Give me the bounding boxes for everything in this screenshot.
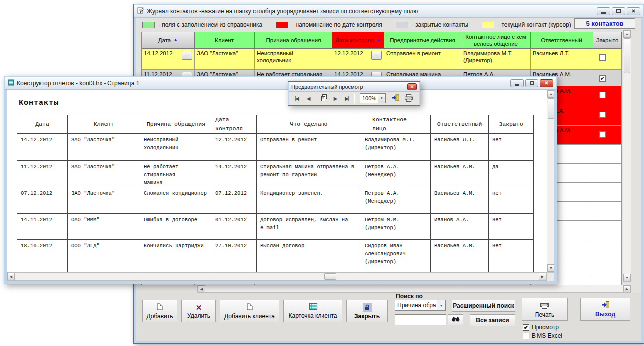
- lock-icon: [363, 303, 372, 312]
- journal-titlebar[interactable]: Журнал контактов -нажатие на шапку столб…: [134, 5, 643, 18]
- scroll-left-button[interactable]: ◀: [7, 273, 15, 280]
- preview-checkbox[interactable]: Просмотр: [523, 324, 559, 331]
- report-table: Дата Клиент Причина обращения Дата контр…: [17, 115, 534, 279]
- legend-label-current: - текущий контакт (курсор): [498, 21, 571, 28]
- report-title: Конструктор отчетов - kont3.frx - Страни…: [17, 80, 139, 87]
- scroll-up-button[interactable]: ▲: [623, 30, 631, 38]
- journal-window-icon: [137, 7, 144, 15]
- close-button[interactable]: ✕: [627, 7, 640, 15]
- report-cell: нет: [489, 187, 534, 214]
- report-column-header: Причина обращения: [140, 115, 212, 134]
- close-button[interactable]: ✕: [407, 83, 417, 90]
- horizontal-scrollbar[interactable]: ◀ ▶: [7, 272, 547, 281]
- minimize-button[interactable]: [510, 79, 524, 87]
- exit-button[interactable]: Выход: [580, 298, 630, 321]
- close-contact-button[interactable]: Закрыть: [346, 300, 388, 322]
- scrollbar-thumb[interactable]: [324, 273, 336, 280]
- preview-title: Предварительный просмотр: [291, 84, 363, 90]
- report-titlebar[interactable]: Конструктор отчетов - kont3.frx - Страни…: [5, 77, 556, 90]
- date-picker-button[interactable]: ...: [371, 51, 382, 60]
- closed-checkbox[interactable]: [599, 54, 606, 61]
- close-preview-button[interactable]: [389, 93, 402, 104]
- close-button[interactable]: ✕: [540, 79, 553, 87]
- horizontal-scrollbar[interactable]: ◀ ▶: [197, 285, 631, 293]
- column-header-actions[interactable]: Предпринятые действия: [384, 32, 461, 49]
- sort-asc-icon: ▲: [376, 37, 381, 43]
- column-header-closed[interactable]: Закрыто: [593, 32, 622, 49]
- scroll-up-button[interactable]: ▲: [547, 90, 554, 98]
- scroll-down-button[interactable]: ▼: [623, 274, 631, 281]
- cell-control-date: 12.12.2012: [334, 50, 363, 57]
- all-records-button[interactable]: Все записи: [470, 314, 515, 326]
- column-header-control-date[interactable]: Дата контроля▲: [332, 32, 384, 49]
- close-icon: ✕: [544, 81, 548, 86]
- print-button[interactable]: [402, 93, 416, 104]
- exit-door-icon: [391, 94, 399, 102]
- first-page-button[interactable]: |◀: [291, 93, 302, 104]
- legend-label-closed: - закрытые контакты: [412, 21, 468, 28]
- scroll-right-button[interactable]: ▶: [623, 285, 631, 292]
- vertical-scrollbar[interactable]: ▲ ▼: [547, 90, 554, 272]
- chevron-down-icon[interactable]: ▼: [437, 300, 445, 310]
- maximize-button[interactable]: [612, 7, 625, 15]
- maximize-button[interactable]: [525, 79, 538, 87]
- legend-swatch-closed: [396, 22, 408, 28]
- chevron-down-icon[interactable]: ▼: [378, 94, 385, 103]
- closed-checkbox[interactable]: [599, 92, 606, 98]
- copy-icon: [321, 94, 327, 102]
- resize-grip[interactable]: [547, 272, 554, 281]
- delete-button[interactable]: ✕ Удалить: [181, 300, 216, 322]
- vertical-scrollbar[interactable]: ▲ ▼: [623, 30, 631, 282]
- report-cell: 07.12.2012: [212, 187, 257, 214]
- zoom-value: 100%: [360, 95, 378, 101]
- scrollbar-thumb[interactable]: [548, 98, 554, 119]
- closed-checkbox[interactable]: [599, 75, 606, 82]
- maximize-icon: [616, 9, 621, 13]
- scroll-down-button[interactable]: ▼: [547, 264, 554, 272]
- button-label: Добавить: [146, 313, 173, 319]
- closed-checkbox[interactable]: [599, 131, 606, 138]
- print-button[interactable]: Печать: [522, 298, 568, 321]
- client-card-button[interactable]: Карточка клиента: [283, 300, 342, 322]
- report-cell: Кондиционер заменен.: [257, 187, 361, 214]
- next-page-button[interactable]: ▶: [329, 93, 341, 104]
- button-label: Закрыть: [354, 313, 380, 319]
- legend: - поля с заполнением из справочника - на…: [142, 19, 637, 30]
- closed-checkbox[interactable]: [599, 112, 606, 118]
- button-label: Удалить: [187, 313, 210, 319]
- date-picker-button[interactable]: ...: [182, 51, 192, 60]
- button-label: Печать: [535, 312, 554, 318]
- maximize-icon: [530, 81, 534, 85]
- report-cell: Иванов А.А.: [431, 214, 489, 240]
- report-cell: ЗАО "Ласточка": [68, 161, 140, 187]
- search-input[interactable]: [395, 314, 446, 325]
- last-page-button[interactable]: ▶|: [341, 93, 352, 104]
- column-header-date[interactable]: Дата▲: [142, 32, 195, 49]
- column-label: Предпринятые действия: [390, 37, 455, 44]
- contact-row[interactable]: 14.12.2012... ЗАО "Ласточка" Неисправный…: [142, 49, 622, 70]
- advanced-search-button[interactable]: Расширенный поиск: [452, 300, 515, 312]
- report-cell: Петром М.М. (Директор): [361, 214, 431, 240]
- copy-pages-button[interactable]: [318, 93, 329, 104]
- prev-page-button[interactable]: ◀: [302, 93, 314, 104]
- preview-titlebar[interactable]: Предварительный просмотр ✕: [289, 82, 419, 92]
- report-window: Конструктор отчетов - kont3.frx - Страни…: [4, 76, 557, 284]
- minimize-button[interactable]: [597, 7, 610, 15]
- zoom-select[interactable]: 100% ▼: [360, 93, 386, 103]
- find-button[interactable]: [448, 314, 463, 325]
- column-header-contact[interactable]: Контактное лицо с кем велось общение: [461, 32, 531, 49]
- column-header-reason[interactable]: Причина обращения: [255, 32, 332, 49]
- scroll-left-button[interactable]: ◀: [198, 285, 205, 292]
- scrollbar-thumb[interactable]: [624, 38, 630, 73]
- column-header-client[interactable]: Клиент: [195, 32, 255, 49]
- excel-checkbox[interactable]: В MS Excel: [523, 332, 562, 339]
- preview-window: Предварительный просмотр ✕ |◀ ◀ ▶ ▶| 100…: [288, 81, 420, 106]
- report-cell: Владимирова М.Т. (Директор): [361, 134, 431, 161]
- column-label: Причина обращения: [266, 37, 321, 44]
- column-header-responsible[interactable]: Ответственный: [531, 32, 593, 49]
- search-field-select[interactable]: Причина обра ▼: [395, 300, 446, 311]
- add-client-button[interactable]: Добавить клиента: [220, 300, 279, 322]
- report-cell: ЗАО "Ласточка": [68, 187, 140, 214]
- scroll-right-button[interactable]: ▶: [539, 273, 546, 280]
- add-button[interactable]: Добавить: [142, 300, 177, 322]
